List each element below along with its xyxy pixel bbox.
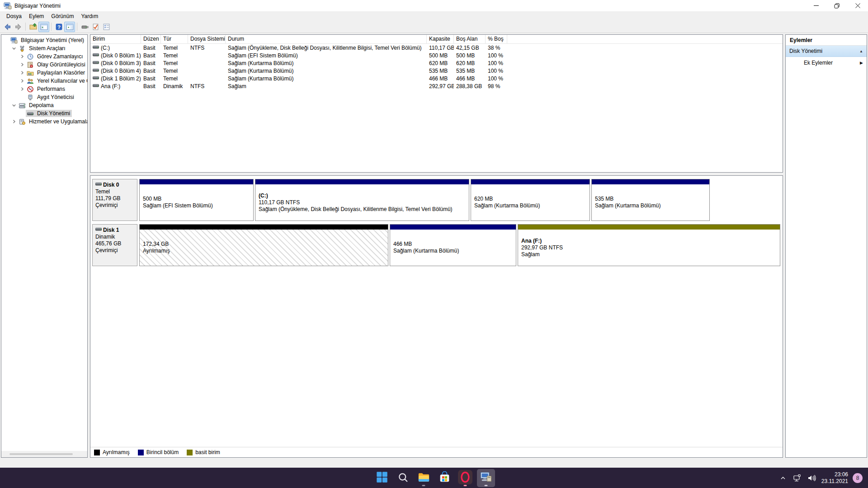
disk-label-disk-1[interactable]: Disk 1Dinamik465,76 GBÇevrimiçi xyxy=(92,224,137,266)
menu-görünüm[interactable]: Görünüm xyxy=(47,12,77,20)
sidebar-item-bilgisayar-yönetimi-yerel[interactable]: Bilgisayar Yönetimi (Yerel) xyxy=(1,36,87,44)
disk-label-disk-0[interactable]: Disk 0Temel111,79 GBÇevrimiçi xyxy=(92,179,137,221)
system-tray: 23:06 23.11.2021 8 xyxy=(778,468,868,488)
partition-ana-f[interactable]: Ana (F:)292,97 GB NTFSSağlam xyxy=(518,224,780,266)
console-tree-toggle-button[interactable] xyxy=(38,22,49,32)
partition-body: 535 MBSağlam (Kurtarma Bölümü) xyxy=(592,184,709,221)
column-header-boş-alan[interactable]: Boş Alan xyxy=(454,35,486,43)
taskbar-start-button[interactable] xyxy=(373,469,391,487)
volume-row-disk-0-bölüm-1[interactable]: (Disk 0 Bölüm 1)BasitTemelSağlam (EFI Si… xyxy=(90,52,783,59)
tray-clock[interactable]: 23:06 23.11.2021 xyxy=(821,471,848,485)
network-icon[interactable] xyxy=(793,471,802,485)
toolbar-separator xyxy=(25,23,26,31)
volume-row-ana-f[interactable]: Ana (F:)BasitDinamikNTFSSağlam292,97 GB2… xyxy=(90,82,783,90)
toolbar-separator xyxy=(77,23,77,31)
partition-type-bar xyxy=(255,179,469,184)
computer-icon xyxy=(10,37,18,44)
forward-icon xyxy=(14,23,22,31)
tree-horizontal-scrollbar[interactable] xyxy=(1,451,87,457)
sidebar-item-disk-yönetimi[interactable]: Disk Yönetimi xyxy=(1,109,87,117)
sidebar-item-label: Sistem Araçları xyxy=(28,45,66,52)
partition-body: 172,34 GBAyrılmamış xyxy=(140,230,388,266)
scrollbar-thumb[interactable] xyxy=(9,453,73,455)
menu-eylem[interactable]: Eylem xyxy=(25,12,47,20)
sidebar-item-label: Depolama xyxy=(28,102,55,109)
sidebar-item-aygıt-yöneticisi[interactable]: Aygıt Yöneticisi xyxy=(1,93,87,101)
volume-cell: Sağlam (Kurtarma Bölümü) xyxy=(226,60,427,66)
back-button[interactable] xyxy=(2,22,13,32)
sidebar-item-hizmetler-ve-uygulamalar[interactable]: Hizmetler ve Uygulamalar xyxy=(1,117,87,126)
taskbar-opera-gx-button[interactable] xyxy=(456,469,474,487)
action-pane-toggle-button[interactable] xyxy=(64,22,75,32)
partition-size: 110,17 GB NTFS xyxy=(259,199,466,206)
taskbar-file-explorer-button[interactable] xyxy=(415,469,433,487)
chevron-right-icon[interactable] xyxy=(19,77,26,84)
tray-chevron-up-icon[interactable] xyxy=(778,471,788,485)
sidebar-item-paylaşılan-klasörler[interactable]: Paylaşılan Klasörler xyxy=(1,69,87,77)
disk-management-icon xyxy=(27,110,34,117)
column-header-kapasite[interactable]: Kapasite xyxy=(427,35,454,43)
taskbar-microsoft-store-button[interactable] xyxy=(435,469,453,487)
chevron-right-icon[interactable] xyxy=(19,69,26,76)
column-header-birim[interactable]: Birim xyxy=(90,35,141,43)
properties-button[interactable] xyxy=(101,22,112,32)
partition-sağlam-kurtarma-bölümü[interactable]: 620 MBSağlam (Kurtarma Bölümü) xyxy=(471,179,590,221)
sidebar-item-sistem-araçları[interactable]: Sistem Araçları xyxy=(1,44,87,52)
volume-row-disk-1-bölüm-2[interactable]: (Disk 1 Bölüm 2)BasitTemelSağlam (Kurtar… xyxy=(90,75,783,82)
volume-row-c[interactable]: (C:)BasitTemelNTFSSağlam (Önyükleme, Dis… xyxy=(90,44,783,52)
device-button[interactable] xyxy=(79,22,90,32)
sidebar-item-label: Disk Yönetimi xyxy=(36,110,71,117)
help-button[interactable]: ? xyxy=(53,22,64,32)
chevron-down-icon[interactable] xyxy=(10,45,18,52)
menu-yardım[interactable]: Yardım xyxy=(77,12,102,20)
volume-row-disk-0-bölüm-3[interactable]: (Disk 0 Bölüm 3)BasitTemelSağlam (Kurtar… xyxy=(90,59,783,67)
check-button[interactable] xyxy=(90,22,101,32)
legend-item-basit-birim: basit birim xyxy=(187,449,220,455)
folder-export-button[interactable] xyxy=(28,22,38,32)
disk-row-disk-1: Disk 1Dinamik465,76 GBÇevrimiçi172,34 GB… xyxy=(92,224,781,266)
sidebar-item-yerel-kullanıcılar-ve-gru[interactable]: Yerel Kullanıcılar ve Gru xyxy=(1,77,87,85)
chevron-right-icon[interactable] xyxy=(19,61,26,68)
disk-icon xyxy=(95,182,102,188)
notification-badge[interactable]: 8 xyxy=(853,473,863,483)
action-item-ek-eylemler[interactable]: Ek Eylemler▶ xyxy=(786,57,867,69)
sidebar-item-olay-görüntüleyicisi[interactable]: !Olay Görüntüleyicisi xyxy=(1,61,87,69)
tray-date: 23.11.2021 xyxy=(821,478,848,485)
column-header-tür[interactable]: Tür xyxy=(161,35,188,43)
close-button[interactable] xyxy=(847,0,868,11)
sidebar-item-görev-zamanlayıcı[interactable]: Görev Zamanlayıcı xyxy=(1,52,87,61)
chevron-right-icon[interactable] xyxy=(19,53,26,60)
volume-cell: Sağlam xyxy=(226,83,427,89)
forward-button[interactable] xyxy=(13,22,24,32)
partition-sağlam-kurtarma-bölümü[interactable]: 535 MBSağlam (Kurtarma Bölümü) xyxy=(591,179,710,221)
partition-sağlam-efi-sistem-bölümü[interactable]: 500 MBSağlam (EFI Sistem Bölümü) xyxy=(139,179,254,221)
task-scheduler-icon xyxy=(27,53,34,60)
actions-group-disk-management[interactable]: Disk Yönetimi ▲ xyxy=(786,46,867,57)
legend-label: Birincil bölüm xyxy=(146,449,179,455)
sidebar-item-performans[interactable]: Performans xyxy=(1,85,87,93)
partition-size: 172,34 GB xyxy=(143,241,385,248)
expander-spacer xyxy=(2,37,9,44)
taskbar-search-button[interactable] xyxy=(394,469,412,487)
volume-row-disk-0-bölüm-4[interactable]: (Disk 0 Bölüm 4)BasitTemelSağlam (Kurtar… xyxy=(90,67,783,75)
chevron-right-icon[interactable] xyxy=(10,118,18,125)
volume-icon[interactable] xyxy=(807,471,817,485)
menu-dosya[interactable]: Dosya xyxy=(3,12,25,20)
column-header-düzen[interactable]: Düzen xyxy=(141,35,161,43)
chevron-down-icon[interactable] xyxy=(10,102,18,109)
volume-disk-icon xyxy=(93,60,99,66)
column-header-durum[interactable]: Durum xyxy=(226,35,427,43)
partition-c[interactable]: (C:)110,17 GB NTFSSağlam (Önyükleme, Dis… xyxy=(255,179,469,221)
partition-ayrılmamış[interactable]: 172,34 GBAyrılmamış xyxy=(139,224,388,266)
sidebar-item-depolama[interactable]: Depolama xyxy=(1,101,87,109)
column-header-boş[interactable]: % Boş xyxy=(486,35,507,43)
collapse-arrow-icon[interactable]: ▲ xyxy=(859,49,863,53)
column-header-dosya-sistemi[interactable]: Dosya Sistemi xyxy=(188,35,226,43)
taskbar-computer-management-button[interactable] xyxy=(477,469,495,487)
partition-status: Sağlam (Önyükleme, Disk Belleği Dosyası,… xyxy=(259,206,466,213)
minimize-button[interactable] xyxy=(806,0,826,11)
chevron-right-icon[interactable] xyxy=(19,85,26,93)
restore-button[interactable] xyxy=(826,0,847,11)
file-explorer-icon xyxy=(418,471,430,485)
partition-sağlam-kurtarma-bölümü[interactable]: 466 MBSağlam (Kurtarma Bölümü) xyxy=(390,224,516,266)
